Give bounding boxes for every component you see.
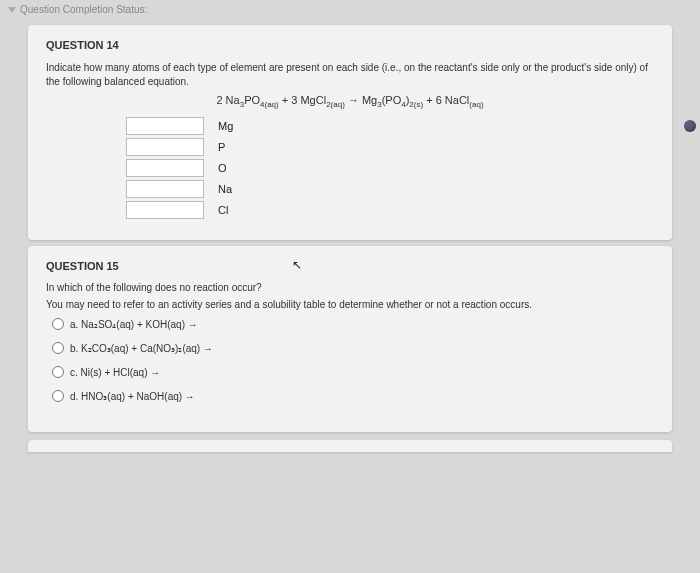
question-14-card: QUESTION 14 Indicate how many atoms of e…	[28, 25, 672, 240]
atom-input-na[interactable]	[126, 180, 204, 198]
atom-row-p: P	[126, 138, 654, 156]
decorative-dot	[684, 120, 696, 132]
choice-b-label: b. K₂CO₃(aq) + Ca(NO₃)₂(aq) →	[70, 343, 213, 354]
choice-c[interactable]: c. Ni(s) + HCl(aq) →	[52, 366, 654, 378]
choice-a[interactable]: a. Na₂SO₄(aq) + KOH(aq) →	[52, 318, 654, 330]
atom-label-p: P	[218, 141, 242, 153]
next-question-card	[28, 440, 672, 452]
atom-label-o: O	[218, 162, 242, 174]
question-14-title: QUESTION 14	[46, 39, 654, 51]
atom-row-na: Na	[126, 180, 654, 198]
atom-row-mg: Mg	[126, 117, 654, 135]
choice-d-label: d. HNO₃(aq) + NaOH(aq) →	[70, 391, 195, 402]
choice-c-label: c. Ni(s) + HCl(aq) →	[70, 367, 160, 378]
atom-input-mg[interactable]	[126, 117, 204, 135]
choices: a. Na₂SO₄(aq) + KOH(aq) → b. K₂CO₃(aq) +…	[46, 318, 654, 402]
question-14-equation: 2 Na3PO4(aq) + 3 MgCl2(aq) → Mg3(PO4)2(s…	[46, 94, 654, 109]
question-15-line1: In which of the following does no reacti…	[46, 282, 654, 293]
question-15-card: QUESTION 15 In which of the following do…	[28, 246, 672, 432]
atom-row-o: O	[126, 159, 654, 177]
status-label: Question Completion Status:	[20, 4, 147, 15]
status-bar: Question Completion Status:	[0, 0, 700, 19]
atom-input-o[interactable]	[126, 159, 204, 177]
radio-d[interactable]	[52, 390, 64, 402]
question-15-line2: You may need to refer to an activity ser…	[46, 299, 654, 310]
radio-c[interactable]	[52, 366, 64, 378]
radio-a[interactable]	[52, 318, 64, 330]
choice-a-label: a. Na₂SO₄(aq) + KOH(aq) →	[70, 319, 198, 330]
question-14-prompt: Indicate how many atoms of each type of …	[46, 61, 654, 88]
atom-input-cl[interactable]	[126, 201, 204, 219]
radio-b[interactable]	[52, 342, 64, 354]
atom-label-na: Na	[218, 183, 242, 195]
atom-label-cl: Cl	[218, 204, 242, 216]
atom-table: Mg P O Na Cl	[126, 117, 654, 219]
choice-b[interactable]: b. K₂CO₃(aq) + Ca(NO₃)₂(aq) →	[52, 342, 654, 354]
atom-label-mg: Mg	[218, 120, 242, 132]
atom-input-p[interactable]	[126, 138, 204, 156]
choice-d[interactable]: d. HNO₃(aq) + NaOH(aq) →	[52, 390, 654, 402]
chevron-down-icon	[8, 7, 16, 13]
atom-row-cl: Cl	[126, 201, 654, 219]
question-15-title: QUESTION 15	[46, 260, 654, 272]
